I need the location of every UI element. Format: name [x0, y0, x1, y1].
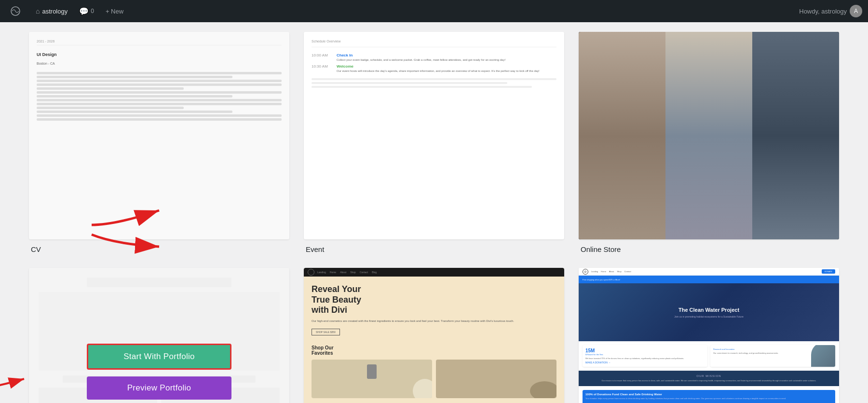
event-time-2: 10:30 AM: [312, 64, 331, 69]
np-banner: Free shipping when you spend $70 or More…: [579, 276, 839, 283]
template-card-portfolio[interactable]: Start With Portfolio Preview Portfolio: [29, 268, 289, 403]
cv-label: CV: [29, 245, 289, 253]
np-donation-text: Your donation helps every person have ac…: [585, 397, 832, 400]
np-hero-subtitle: Join us in promoting habitat ecosystems …: [674, 315, 744, 318]
np-mission-title: OUR MISSION: [583, 375, 835, 377]
beauty-section-title: Shop OurFavorites: [312, 345, 556, 356]
cv-preview: 2021 - 2026 UI Design Boston - CA: [29, 32, 289, 239]
cv-lines: [37, 72, 282, 121]
site-name-label: astrology: [42, 8, 68, 15]
event-row-1: 10:00 AM Check In Collect your event bad…: [312, 53, 556, 61]
new-label: + New: [106, 8, 123, 15]
cv-line-8: [37, 99, 282, 101]
np-stat-label-1: $ Raised for the Sea: [585, 353, 705, 356]
np-donation-card: 100% of Donations Fund Clean and Safe Dr…: [583, 390, 835, 403]
template-item-beauty: Landing Home About Shop Contact Blog Rev…: [304, 268, 564, 403]
np-stat-num-1: 15M: [585, 348, 705, 353]
event-row-2: 10:30 AM Welcome Our event hosts will in…: [312, 64, 556, 72]
cv-line-4: [37, 83, 282, 86]
beauty-nav-logo: [308, 269, 314, 276]
template-card-nonprofit[interactable]: D Landing Home About Shop Contact DONATE…: [579, 268, 839, 403]
cv-line-1: [37, 72, 282, 74]
site-name-item[interactable]: ⌂ astrology: [31, 0, 72, 22]
event-desc-2: Our event hosts will introduce the day's…: [337, 69, 556, 72]
event-label: Event: [304, 245, 564, 253]
beauty-nav-link-4: Shop: [350, 271, 356, 274]
event-label-2: Welcome: [337, 64, 556, 69]
comments-icon: 💬: [79, 7, 89, 16]
avatar: A: [850, 5, 862, 17]
np-mission-text: Our mission is to ensure that every pers…: [583, 379, 835, 382]
template-card-event[interactable]: Schedule Overview 10:00 AM Check In Coll…: [304, 32, 564, 239]
np-stat-action-1: MAKE A DONATION →: [585, 361, 705, 364]
cv-line-13: [37, 118, 282, 121]
np-hero: The Clean Water Project Join us in promo…: [579, 283, 839, 341]
np-cards-section: 15M $ Raised for the Sea We have investe…: [579, 341, 839, 371]
admin-bar-right: Howdy, astrology A: [799, 5, 862, 17]
comments-count: 0: [91, 8, 94, 14]
cv-subtitle: Boston - CA: [37, 62, 282, 65]
template-item-event: Schedule Overview 10:00 AM Check In Coll…: [304, 32, 564, 253]
beauty-hero-desc: Our high-end cosmetics are created with …: [312, 320, 556, 322]
np-hero-title: The Clean Water Project: [674, 306, 744, 313]
event-header: Schedule Overview: [312, 40, 556, 47]
np-stat-card-2: Research and Innovation Our commitment t…: [710, 345, 835, 367]
np-donation-title: 100% of Donations Fund Clean and Safe Dr…: [585, 393, 832, 396]
beauty-nav-link-6: Blog: [372, 271, 377, 274]
template-card-beauty[interactable]: Landing Home About Shop Contact Blog Rev…: [304, 268, 564, 403]
cv-line-2: [37, 76, 232, 78]
nonprofit-preview: D Landing Home About Shop Contact DONATE…: [579, 268, 839, 403]
event-preview: Schedule Overview 10:00 AM Check In Coll…: [304, 32, 564, 239]
event-time-1: 10:00 AM: [312, 53, 331, 57]
beauty-nav-link-1: Landing: [317, 271, 326, 274]
cv-date-range: 2021 - 2026: [37, 40, 54, 43]
template-item-store: Online Store: [579, 32, 839, 253]
beauty-shop-btn: SHOP SALE $350: [312, 329, 340, 335]
np-nav-links: Landing Home About Shop Contact: [591, 270, 631, 273]
cv-line-9: [37, 103, 282, 105]
template-item-nonprofit: D Landing Home About Shop Contact DONATE…: [579, 268, 839, 403]
cv-line-6: [37, 91, 282, 94]
wp-logo-item[interactable]: [6, 0, 29, 22]
beauty-nav-link-2: Home: [330, 271, 336, 274]
cv-line-5: [37, 87, 184, 90]
cv-title: UI Design: [37, 49, 282, 58]
howdy-text: Howdy, astrology: [799, 8, 847, 15]
template-item-cv: 2021 - 2026 UI Design Boston - CA: [29, 32, 289, 253]
beauty-products: [312, 360, 556, 398]
np-stat-desc-1: We have invested 75% of the donors fees …: [585, 357, 705, 360]
event-desc-1: Collect your event badge, schedule, and …: [337, 58, 556, 61]
np-nav-logo: D: [583, 269, 588, 275]
np-mission: OUR MISSION Our mission is to ensure tha…: [579, 371, 839, 386]
cv-top-bar: 2021 - 2026: [37, 40, 282, 45]
cv-line-11: [37, 111, 232, 113]
cv-line-10: [37, 107, 184, 109]
preview-portfolio-button[interactable]: Preview Portfolio: [87, 376, 231, 400]
cv-line-7: [37, 95, 232, 97]
np-donate-nav-btn: DONATE: [822, 269, 835, 274]
store-label: Online Store: [579, 245, 839, 253]
np-nav: D Landing Home About Shop Contact DONATE: [579, 268, 839, 276]
cv-line-3: [37, 80, 282, 82]
admin-bar-left: ⌂ astrology 💬 0 + New: [6, 0, 128, 22]
beauty-nav-link-3: About: [340, 271, 346, 274]
cv-line-12: [37, 114, 282, 117]
template-card-store[interactable]: [579, 32, 839, 239]
np-stat-card-1: 15M $ Raised for the Sea We have investe…: [583, 345, 707, 367]
template-card-cv[interactable]: 2021 - 2026 UI Design Boston - CA: [29, 32, 289, 239]
beauty-preview: Landing Home About Shop Contact Blog Rev…: [304, 268, 564, 403]
template-item-portfolio: Start With Portfolio Preview Portfolio P…: [29, 268, 289, 403]
main-content: 2021 - 2026 UI Design Boston - CA: [0, 22, 868, 403]
new-item[interactable]: + New: [101, 0, 128, 22]
admin-bar: ⌂ astrology 💬 0 + New Howdy, astrology A: [0, 0, 868, 22]
wp-logo-icon: [11, 6, 20, 16]
beauty-nav-link-5: Contact: [360, 271, 368, 274]
beauty-nav: Landing Home About Shop Contact Blog: [304, 268, 564, 277]
template-grid: 2021 - 2026 UI Design Boston - CA: [10, 22, 858, 403]
comments-item[interactable]: 💬 0: [74, 0, 99, 22]
np-banner-text: Free shipping when you spend $70 or More…: [583, 278, 620, 281]
beauty-content: Reveal YourTrue Beautywith Divi Our high…: [304, 277, 564, 403]
start-with-portfolio-button[interactable]: Start With Portfolio: [87, 344, 231, 370]
beauty-nav-links: Landing Home About Shop Contact Blog: [317, 271, 377, 274]
beauty-hero-title: Reveal YourTrue Beautywith Divi: [312, 284, 556, 316]
